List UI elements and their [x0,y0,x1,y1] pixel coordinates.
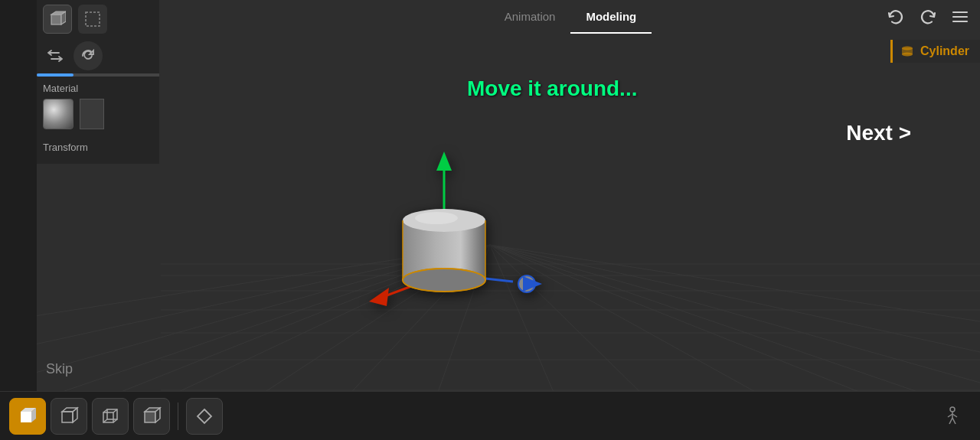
bottom-btn-outline-cube[interactable] [51,398,87,435]
svg-rect-62 [145,412,155,422]
redo-button[interactable] [914,3,942,31]
cylinder-svg [337,121,551,320]
material-slot[interactable] [80,99,104,129]
menu-button[interactable] [946,3,974,31]
transform-label: Transform [43,142,153,153]
svg-point-46 [415,212,458,224]
material-preview-sphere[interactable] [43,99,74,129]
undo-button[interactable] [882,3,910,31]
cube-tool-icon[interactable] [43,5,72,34]
svg-marker-38 [369,288,389,306]
tool-panel: Material Transform [37,0,159,164]
svg-line-68 [948,414,952,417]
svg-line-10 [490,245,980,352]
bottom-btn-solid-cube[interactable] [9,398,46,435]
svg-marker-55 [73,408,77,422]
skip-button[interactable]: Skip [46,361,73,377]
svg-point-66 [950,407,955,412]
svg-marker-36 [436,152,452,171]
toolbar-divider [178,403,178,430]
top-right-toolbar [882,3,974,31]
top-navigation-bar: Animation Modeling [161,0,980,34]
refresh-icon[interactable] [74,41,103,70]
tab-modeling[interactable]: Modeling [570,0,652,34]
tool-icon-row [37,0,159,38]
cylinder-badge-icon [900,44,914,58]
svg-rect-25 [51,15,61,24]
material-section: Material [37,77,159,135]
next-button[interactable]: Next > [846,121,911,145]
bottom-toolbar [0,391,980,440]
skeleton-button[interactable] [934,398,971,435]
svg-point-34 [902,53,913,57]
cylinder-badge-label: Cylinder [920,44,969,58]
transform-section: Transform [37,135,159,164]
svg-line-12 [490,245,980,413]
move-instruction-label: Move it around... [467,77,637,101]
svg-line-69 [952,414,957,417]
cylinder-3d-scene [337,121,551,323]
svg-rect-28 [86,12,100,26]
tab-animation[interactable]: Animation [489,0,571,34]
bottom-btn-corner-cube[interactable] [133,398,170,435]
material-label: Material [43,83,153,94]
bottom-btn-wire-cube[interactable] [92,398,129,435]
left-sidebar [0,0,37,440]
svg-rect-50 [21,412,31,422]
svg-line-11 [490,245,980,383]
cylinder-badge[interactable]: Cylinder [890,40,980,63]
bottom-btn-vertex[interactable] [186,398,223,435]
selection-tool-icon[interactable] [78,5,107,34]
swap-icon[interactable] [43,44,67,68]
svg-line-71 [952,418,956,424]
svg-rect-53 [62,412,73,422]
svg-line-70 [949,418,952,424]
svg-marker-65 [198,409,211,423]
